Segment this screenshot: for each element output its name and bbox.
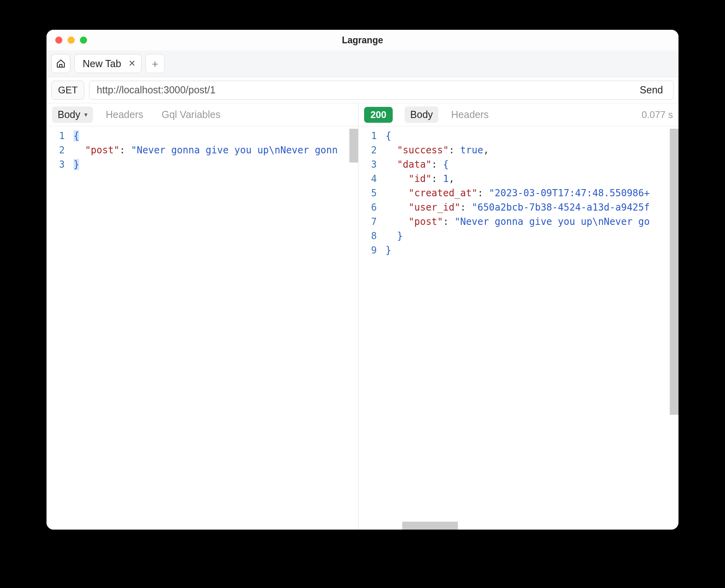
- close-tab-button[interactable]: ✕: [128, 59, 136, 68]
- response-tab-body[interactable]: Body: [405, 106, 438, 123]
- app-window: Lagrange New Tab ✕ ＋ GET http://localhos…: [47, 30, 678, 530]
- tab-label: Headers: [451, 109, 489, 120]
- code-area[interactable]: { "post": "Never gonna give you up\nNeve…: [70, 126, 358, 530]
- request-pane-tabs: Body ▾ Headers Gql Variables: [47, 103, 358, 126]
- request-tab-gql-variables[interactable]: Gql Variables: [156, 106, 226, 123]
- home-button[interactable]: [51, 54, 70, 73]
- status-badge: 200: [364, 107, 393, 123]
- close-window-button[interactable]: [55, 37, 62, 44]
- new-tab-button[interactable]: ＋: [145, 54, 165, 73]
- response-timing: 0.077 s: [642, 109, 673, 120]
- request-body-editor[interactable]: 123 { "post": "Never gonna give you up\n…: [47, 126, 358, 530]
- scrollbar-horizontal[interactable]: [402, 522, 458, 530]
- url-input[interactable]: http://localhost:3000/post/1 Send: [89, 81, 674, 100]
- response-body-viewer[interactable]: 123456789 { "success": true, "data": { "…: [359, 126, 678, 530]
- scrollbar-vertical[interactable]: [670, 129, 678, 415]
- send-button[interactable]: Send: [640, 84, 666, 96]
- line-gutter: 123456789: [359, 126, 382, 530]
- request-tab-body[interactable]: Body ▾: [52, 106, 93, 123]
- titlebar: Lagrange: [47, 30, 678, 50]
- http-method-value: GET: [58, 85, 78, 96]
- http-method-select[interactable]: GET: [51, 81, 84, 100]
- window-title: Lagrange: [342, 35, 383, 46]
- tab-label: Gql Variables: [161, 109, 220, 120]
- request-tab-headers[interactable]: Headers: [100, 106, 149, 123]
- response-tab-headers[interactable]: Headers: [446, 106, 494, 123]
- tab-label: Body: [410, 109, 433, 120]
- home-icon: [56, 59, 66, 68]
- code-area: { "success": true, "data": { "id": 1, "c…: [382, 126, 678, 530]
- scrollbar-vertical[interactable]: [349, 129, 358, 162]
- tab-active[interactable]: New Tab ✕: [74, 54, 142, 73]
- chevron-down-icon: ▾: [84, 111, 87, 118]
- request-pane: Body ▾ Headers Gql Variables 123 { "post…: [47, 103, 359, 530]
- url-value: http://localhost:3000/post/1: [97, 84, 215, 96]
- maximize-window-button[interactable]: [80, 37, 87, 44]
- panes: Body ▾ Headers Gql Variables 123 { "post…: [47, 103, 678, 530]
- url-bar-row: GET http://localhost:3000/post/1 Send: [47, 77, 678, 103]
- tab-label: Body: [58, 109, 80, 120]
- tab-label: Headers: [106, 109, 143, 120]
- response-pane-tabs: 200 Body Headers 0.077 s: [359, 103, 678, 126]
- traffic-lights: [47, 37, 87, 44]
- tab-bar: New Tab ✕ ＋: [47, 50, 678, 77]
- line-gutter: 123: [47, 126, 70, 530]
- response-pane: 200 Body Headers 0.077 s 123456789 { "su…: [359, 103, 678, 530]
- tab-label: New Tab: [83, 58, 121, 70]
- minimize-window-button[interactable]: [68, 37, 75, 44]
